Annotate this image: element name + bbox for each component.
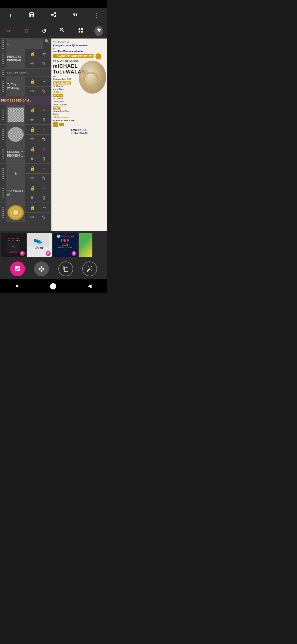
edit-icon[interactable]: ✏ [43,79,46,84]
edit-icon[interactable]: ✏ [43,146,46,152]
drag-handle[interactable] [0,49,6,68]
edit-icon[interactable]: ✏ [43,185,46,191]
lock-icon[interactable]: 🔒 [30,166,35,171]
drag-handle[interactable] [0,164,6,183]
back-button[interactable]: ◀ [88,283,92,289]
layer-thumbnail: The families of [6,183,25,203]
lock-icon[interactable]: 🔒 [30,185,35,191]
visibility-icon[interactable]: 👁 [30,215,34,220]
green-gradient [79,233,92,257]
layer-thumbnail [6,125,25,144]
lock-icon[interactable]: 🔒 [30,146,35,152]
layer-thumbnail: & [6,164,25,183]
home-button[interactable]: ⬤ [50,282,57,290]
edit-icon[interactable]: ✏ [43,127,46,132]
drag-handle[interactable] [0,125,6,144]
visibility-icon[interactable]: 👁 [30,195,34,200]
visibility-icon[interactable]: 👁 [30,156,34,161]
amp-text: & [53,47,105,50]
visibility-icon[interactable]: 👁 [30,137,34,142]
layer-controls: 🔒 ✏ 👁 🗑 [25,144,51,163]
canvas-area[interactable]: The families of Evangelist Adeniyi Toluw… [51,39,107,231]
contact-name: EMMANUEL [53,129,105,132]
layer-controls: 🔒 ✏ 👁 🗑 [25,183,51,203]
more-button[interactable]: ⋮ [91,11,103,20]
edit-icon[interactable]: ✏ [43,166,46,171]
share-button[interactable] [48,10,60,21]
delete-layer-icon[interactable]: 🗑 [42,89,46,94]
church-venue1: lic Church, [53,97,105,100]
trash-icon[interactable]: 🗑 [21,27,31,35]
drag-handle[interactable] [0,77,6,96]
lock-icon[interactable]: 🔒 [30,107,35,113]
delete-layer-icon[interactable]: 🗑 [42,156,46,161]
delete-layer-icon[interactable]: 🗑 [42,176,46,181]
layer-controls: 🔒 ✏ 👁 🗑 [25,203,51,222]
magic-button[interactable] [82,261,97,276]
layer-thumbnail: CORDIALLY REQUEST ... [6,144,25,163]
gallery-pixellab-label: PIXELLAB [8,237,19,240]
move-button[interactable] [34,261,49,276]
save-button[interactable] [26,10,38,21]
gallery-item[interactable]: PIXELLAB COLLECTIONS 👟 > JUST DO IT P [1,233,26,257]
zoom-icon[interactable] [57,26,67,36]
p-badge-1: P [20,251,25,256]
gallery-item-green[interactable] [79,233,92,257]
nike-price-label: 40% OFF [27,247,52,250]
layer-controls: 🔒 ✏ 👁 🗑 [25,125,51,144]
edit-icon[interactable]: ✏ [43,205,46,210]
edit-icon[interactable]: ✏ [43,107,46,113]
reception-label: TION [53,107,61,110]
drag-handle[interactable] [0,183,6,203]
layer-label: To The Wedding ... [6,82,25,91]
drag-handle[interactable] [0,39,6,50]
delete-layer-icon[interactable]: 🗑 [42,61,46,66]
search-ctrl-icon[interactable]: 🔍 [45,39,49,43]
visibility-icon[interactable]: 👁 [30,89,34,94]
vp-text: VP [59,123,64,126]
delete-layer-icon[interactable]: 🗑 [42,137,46,142]
duplicate-button[interactable] [58,261,73,276]
quote-button[interactable] [69,10,81,21]
gallery-item-pes[interactable]: ⚽ Football PES 2021 SEASON UPDATE P [53,233,78,257]
lock-icon[interactable]: 🔒 [30,205,35,210]
layer-row-wedding: To The Wedding ... 🔒 ✏ 👁 🗑 [0,77,51,96]
lock-icon[interactable]: 🔒 [30,127,35,132]
drag-handle[interactable] [0,69,6,76]
red-divider [51,39,51,231]
delete-layer-icon[interactable]: 🗑 [42,117,46,122]
bottom-action-bar [0,259,107,279]
add-button[interactable]: ＋ [5,10,16,21]
layer-row-cordially: CORDIALLY REQUEST ... 🔒 ✏ 👁 🗑 [0,144,51,164]
dress-label: LORAL PURPLE AND [53,119,105,122]
lock-icon[interactable]: 🔒 [30,79,35,84]
pes-year: 2021 [53,243,78,246]
drag-handle[interactable] [0,203,6,222]
visibility-icon[interactable]: 👁 [30,117,34,122]
status-bar [0,0,107,8]
delete-layer-icon[interactable]: 🗑 [42,195,46,200]
delete-layer-icon[interactable]: 🗑 [42,215,46,220]
evangelist-text: Evangelist Adeniyi Toluwase [53,44,105,47]
lock-icon[interactable]: 🔒 [30,51,35,56]
layer-row-princess-overlay: PRINCESS DEB DAM... [0,96,51,105]
stop-button[interactable]: ■ [16,283,19,289]
checklist-button[interactable] [10,261,25,276]
thumb-img [7,107,24,122]
drag-handle[interactable] [0,105,6,124]
church-time: Time : 9:00am [53,103,105,106]
undo-icon[interactable]: ↺ [40,27,49,36]
visibility-icon[interactable]: 👁 [30,176,34,181]
gallery-item-nike[interactable]: 👟 40% OFF P [27,233,52,257]
layer-row-rings: 🔒 ✏ 👁 🗑 [0,203,51,222]
minus-ctrl-icon[interactable]: — [45,44,49,49]
honour-text: HONOUR OF YOUR PRESENCE [53,54,94,58]
layer-thumbnail [6,105,25,124]
brush-icon[interactable]: ✏ [4,27,13,36]
drag-handle[interactable] [0,144,6,163]
edit-icon[interactable]: ✏ [43,51,46,56]
grid-icon[interactable] [76,26,86,36]
p-badge-3: P [72,251,76,256]
layers-icon[interactable] [94,26,103,36]
visibility-icon[interactable]: 👁 [30,61,34,66]
